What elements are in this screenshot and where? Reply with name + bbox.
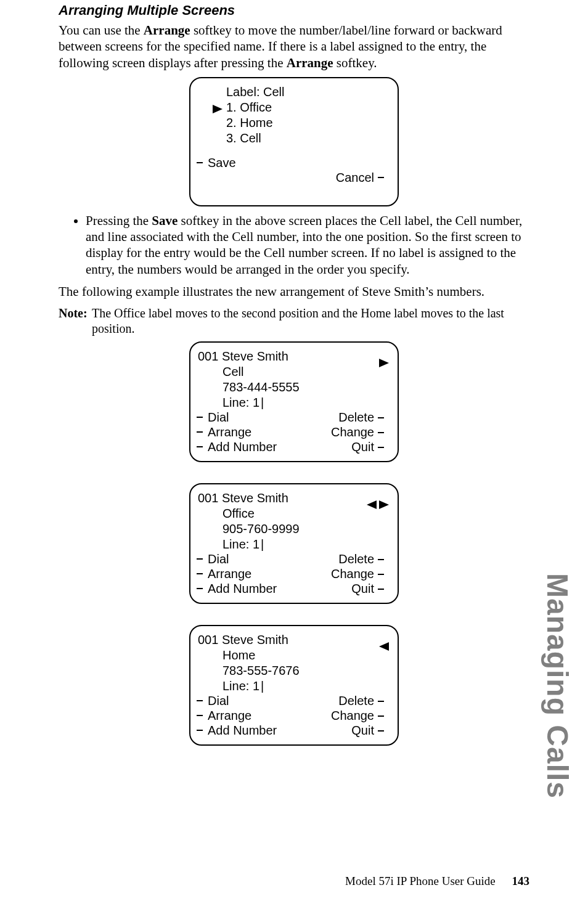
option-1: 1. Office — [198, 100, 390, 115]
bold-arrange-2: Arrange — [287, 55, 333, 70]
quit-softkey[interactable]: Quit — [351, 724, 383, 738]
svg-marker-4 — [379, 642, 389, 651]
right-arrow-icon — [379, 355, 389, 369]
entry-line: Line: 1| — [198, 395, 390, 410]
note: Note: The Office label moves to the seco… — [59, 306, 529, 336]
arrange-label: Arrange — [208, 567, 251, 581]
arrange-label: Arrange — [208, 425, 251, 439]
text: Pressing the — [86, 213, 152, 228]
entry-label: Office — [198, 506, 390, 521]
entry-line-text: Line: 1 — [223, 679, 259, 693]
entry-number: 905-760-9999 — [198, 521, 390, 537]
bold-save: Save — [152, 213, 178, 228]
option-3: 3. Cell — [198, 131, 390, 146]
text: softkey. — [333, 55, 377, 70]
entry-screen-home: 001 Steve Smith Home 783-555-7676 Line: … — [189, 625, 399, 746]
option-1-text: 1. Office — [226, 100, 272, 114]
delete-label: Delete — [338, 552, 374, 566]
arrange-softkey[interactable]: Arrange — [198, 567, 251, 581]
dial-softkey[interactable]: Dial — [198, 694, 229, 707]
arrange-softkey[interactable]: Arrange — [198, 709, 251, 722]
bold-arrange-1: Arrange — [144, 23, 190, 38]
add-number-softkey[interactable]: Add Number — [198, 582, 277, 595]
bullet-list: Pressing the Save softkey in the above s… — [86, 213, 529, 277]
dial-label: Dial — [208, 410, 229, 424]
side-tab-label: Managing Calls — [540, 573, 574, 838]
entry-line: Line: 1| — [198, 679, 390, 694]
change-label: Change — [331, 567, 374, 581]
entry-number: 783-444-5555 — [198, 380, 390, 395]
dial-label: Dial — [208, 694, 229, 707]
save-softkey[interactable]: Save — [198, 156, 236, 169]
svg-marker-1 — [379, 359, 389, 367]
delete-label: Delete — [338, 410, 374, 424]
change-softkey[interactable]: Change — [331, 709, 383, 723]
add-number-label: Add Number — [208, 582, 277, 595]
option-2: 2. Home — [198, 115, 390, 131]
page-footer: Model 57i IP Phone User Guide 143 — [345, 874, 529, 888]
caret-icon: | — [261, 537, 264, 551]
arrange-label: Arrange — [208, 709, 251, 722]
svg-marker-0 — [213, 105, 223, 113]
change-label: Change — [331, 425, 374, 439]
entry-line: Line: 1| — [198, 537, 390, 552]
follow-paragraph: The following example illustrates the ne… — [59, 283, 529, 300]
left-right-arrow-icon — [367, 497, 389, 511]
footer-text: Model 57i IP Phone User Guide — [345, 874, 496, 887]
save-label: Save — [208, 156, 236, 169]
bullet-item: Pressing the Save softkey in the above s… — [86, 213, 529, 277]
change-softkey[interactable]: Change — [331, 425, 383, 439]
svg-marker-3 — [379, 500, 389, 509]
add-number-softkey[interactable]: Add Number — [198, 440, 277, 454]
dial-softkey[interactable]: Dial — [198, 552, 229, 566]
svg-marker-2 — [367, 500, 377, 509]
entry-screen-office: 001 Steve Smith Office 905-760-9999 Line… — [189, 483, 399, 604]
note-label: Note: — [59, 306, 92, 336]
entry-label: Home — [198, 648, 390, 663]
entry-screen-cell: 001 Steve Smith Cell 783-444-5555 Line: … — [189, 341, 399, 462]
quit-label: Quit — [351, 440, 374, 454]
entry-label: Cell — [198, 364, 390, 380]
caret-icon: | — [261, 679, 264, 693]
quit-label: Quit — [351, 582, 374, 595]
quit-softkey[interactable]: Quit — [351, 582, 383, 596]
change-label: Change — [331, 709, 374, 722]
left-arrow-icon — [379, 638, 389, 653]
quit-softkey[interactable]: Quit — [351, 440, 383, 454]
add-number-label: Add Number — [208, 440, 277, 454]
add-number-softkey[interactable]: Add Number — [198, 724, 277, 737]
change-softkey[interactable]: Change — [331, 567, 383, 581]
delete-softkey[interactable]: Delete — [338, 694, 383, 708]
entry-id: 001 Steve Smith — [198, 349, 390, 364]
entry-number: 783-555-7676 — [198, 663, 390, 679]
page-number: 143 — [512, 874, 530, 887]
cancel-label: Cancel — [336, 171, 374, 184]
delete-softkey[interactable]: Delete — [338, 410, 383, 425]
delete-label: Delete — [338, 694, 374, 707]
intro-paragraph: You can use the Arrange softkey to move … — [59, 22, 529, 71]
caret-icon: | — [261, 396, 264, 409]
delete-softkey[interactable]: Delete — [338, 552, 383, 566]
dial-softkey[interactable]: Dial — [198, 410, 229, 424]
right-arrow-icon — [213, 102, 223, 116]
label-screen: Label: Cell 1. Office 2. Home 3. Cell Sa… — [189, 77, 399, 206]
dial-label: Dial — [208, 552, 229, 566]
add-number-label: Add Number — [208, 724, 277, 737]
entry-line-text: Line: 1 — [223, 537, 259, 551]
label-line: Label: Cell — [198, 84, 390, 100]
note-text: The Office label moves to the second pos… — [92, 306, 529, 336]
entry-screens: 001 Steve Smith Cell 783-444-5555 Line: … — [59, 341, 529, 746]
text: You can use the — [59, 23, 144, 38]
cancel-softkey[interactable]: Cancel — [336, 171, 383, 185]
quit-label: Quit — [351, 724, 374, 737]
section-heading: Arranging Multiple Screens — [59, 2, 529, 18]
entry-id: 001 Steve Smith — [198, 632, 390, 648]
entry-id: 001 Steve Smith — [198, 491, 390, 506]
arrange-softkey[interactable]: Arrange — [198, 425, 251, 439]
entry-line-text: Line: 1 — [223, 396, 259, 409]
